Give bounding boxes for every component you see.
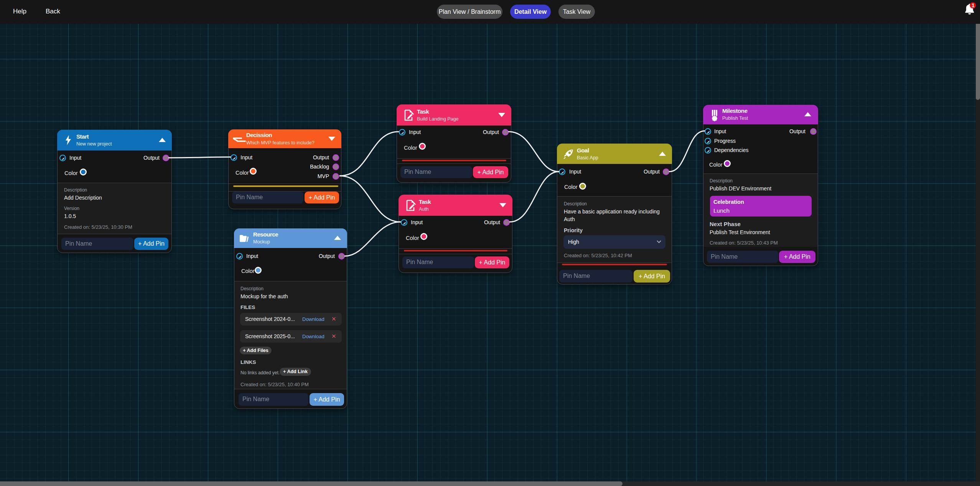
svg-text:1: 1	[972, 2, 975, 8]
